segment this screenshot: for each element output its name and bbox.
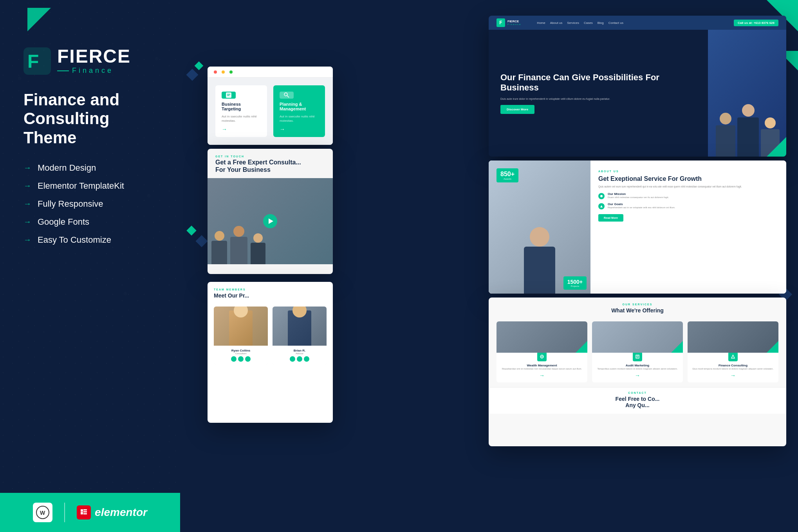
audit-icon xyxy=(633,352,642,361)
svc-icon-2 xyxy=(280,92,294,99)
wealth-name: Wealth Management xyxy=(500,364,583,367)
finance-text: Eius modi tempora incidunt labore et dol… xyxy=(691,367,775,371)
svg-point-30 xyxy=(284,93,287,96)
team-card-1: Ryan Collins Consultant xyxy=(214,307,268,365)
nav-home: Home xyxy=(537,21,545,25)
elementor-text: elementor xyxy=(95,506,147,519)
social-dot-5[interactable] xyxy=(297,356,302,362)
projects-stat: 1500+ Projects xyxy=(563,276,587,290)
team-label: TEAM MEMBERS xyxy=(214,288,327,291)
bottom-bar: W elementor xyxy=(0,493,180,532)
finance-body: Finance Consulting Eius modi tempora inc… xyxy=(688,353,778,382)
about-label: ABOUT US xyxy=(598,170,778,173)
svc-arrow-1: → xyxy=(222,126,261,132)
left-panel: F FIERCE Finance Finance and Consulting … xyxy=(0,0,180,532)
audit-text: Temporibus autem incidunt labore et dolo… xyxy=(596,367,679,371)
dot-yellow xyxy=(222,70,225,74)
goals-icon xyxy=(598,203,605,209)
about-mission: Our Mission Duam nihil molestiae consequ… xyxy=(598,192,778,209)
diamond-dark-2 xyxy=(195,235,208,247)
social-dot-4[interactable] xyxy=(290,356,295,362)
logo-text-area: FIERCE Finance xyxy=(57,47,131,75)
awards-stat: 850+ Awards xyxy=(496,168,518,182)
play-button[interactable] xyxy=(263,214,277,228)
logo-subtitle: Finance xyxy=(57,67,131,75)
discover-more-button[interactable]: Discover More xyxy=(500,105,534,114)
team-card-info-1: Ryan Collins Consultant xyxy=(214,346,268,365)
arrow-icon: → xyxy=(23,163,31,172)
theme-title: Finance and Consulting Theme xyxy=(23,90,161,147)
logo-area: F FIERCE Finance xyxy=(23,47,161,75)
feature-fonts: → Google Fonts xyxy=(23,217,161,227)
svg-rect-24 xyxy=(83,509,87,510)
svc-card-title-2: Planning &Management xyxy=(280,102,319,111)
wealth-body: Wealth Management Repudiandae sint et mo… xyxy=(496,353,587,382)
nav-contact: Contact us xyxy=(608,21,623,25)
social-dot-3[interactable] xyxy=(245,356,251,362)
team-cards: Ryan Collins Consultant Brian R. Advi xyxy=(208,307,333,365)
svg-point-32 xyxy=(600,195,603,197)
contact-title: Feel Free to Co...Any Qu... xyxy=(496,396,778,408)
team-title: Meet Our Pr... xyxy=(214,292,327,299)
social-dot-2[interactable] xyxy=(238,356,244,362)
service-card-1: BusinessTargeting Aut in saeculte nullis… xyxy=(215,85,267,137)
services-cards: Wealth Management Repudiandae sint et mo… xyxy=(489,321,786,387)
about-text: Quis autem vel eum iure reprehenderit qu… xyxy=(598,185,778,189)
about-left: 850+ Awards 1500+ Projects xyxy=(489,161,590,294)
hero-nav: F FIERCE Finance Home About us Services … xyxy=(489,16,786,30)
diamond-dark-1 xyxy=(186,69,198,81)
logo-icon: F xyxy=(23,47,51,75)
wealth-arrow: → xyxy=(500,372,583,379)
preview-services-section: OUR SERVICES What We're Offering Wealth … xyxy=(489,298,786,446)
feature-elementor: → Elementor TemplateKit xyxy=(23,181,161,191)
elementor-logo: elementor xyxy=(77,505,147,519)
service-audit: Audit Marketing Temporibus autem incidun… xyxy=(592,321,683,382)
preview-about-section: 850+ Awards 1500+ Projects ABOUT US Get … xyxy=(489,161,786,294)
team-card-2: Brian R. Advisor xyxy=(273,307,327,365)
about-right: ABOUT US Get Exeptional Service For Grow… xyxy=(590,161,786,294)
svg-text:W: W xyxy=(40,510,45,516)
read-more-button[interactable]: Read More xyxy=(598,214,623,222)
svg-text:F: F xyxy=(27,51,39,72)
team-social-1 xyxy=(217,356,265,362)
feature-customize: → Easy To Customize xyxy=(23,235,161,245)
preview-service-cards: BusinessTargeting Aut in saeculte nullis… xyxy=(208,67,333,145)
team-member-name-1: Ryan Collins xyxy=(217,349,265,352)
arrow-icon: → xyxy=(23,217,31,226)
logo-name: FIERCE xyxy=(57,47,131,66)
hero-corner-triangle xyxy=(767,137,786,157)
arrow-icon: → xyxy=(23,181,31,190)
browser-chrome xyxy=(208,67,333,78)
team-header: TEAM MEMBERS Meet Our Pr... xyxy=(208,282,333,307)
dot-green xyxy=(229,70,233,74)
svg-marker-41 xyxy=(731,355,735,358)
feature-responsive: → Fully Responsive xyxy=(23,199,161,209)
svg-marker-16 xyxy=(27,8,51,31)
mission-text: Duam nihil molestiae consequatur ver ilu… xyxy=(608,196,669,199)
mission-icon-1 xyxy=(598,193,605,199)
goals-text: Reprehenderit aut in se voluptate velit … xyxy=(608,206,675,209)
consult-label: GET IN TOUCH xyxy=(208,149,333,159)
wealth-text: Repudiandae sint et molestiae non recusa… xyxy=(500,367,583,371)
svg-rect-28 xyxy=(227,94,230,95)
svc-arrow-2: → xyxy=(280,126,319,132)
finance-icon xyxy=(728,352,738,361)
audit-arrow: → xyxy=(596,372,679,379)
preview-consultation: GET IN TOUCH Get a Free Expert Consulta.… xyxy=(208,149,333,274)
services-header: OUR SERVICES What We're Offering xyxy=(489,298,786,321)
hero-body: Our Finance Can Give Possibilities For B… xyxy=(489,30,786,157)
arrow-icon: → xyxy=(23,199,31,208)
social-dot-6[interactable] xyxy=(304,356,309,362)
preview-hero-section: F FIERCE Finance Home About us Services … xyxy=(489,16,786,157)
social-dot-1[interactable] xyxy=(231,356,237,362)
team-member-role-2: Advisor xyxy=(276,352,323,355)
feature-modern: → Modern Design xyxy=(23,163,161,173)
team-card-info-2: Brian R. Advisor xyxy=(273,346,327,365)
contact-label: CONTACT xyxy=(496,391,778,394)
service-card-2: Planning &Management Aut in saeculte nul… xyxy=(273,85,325,137)
preview-team: TEAM MEMBERS Meet Our Pr... Ryan Collins… xyxy=(208,282,333,423)
hero-desc: Duis aute irure dolor in reprehenderit i… xyxy=(500,97,696,101)
svg-point-12 xyxy=(124,292,127,295)
feature-list: → Modern Design → Elementor TemplateKit … xyxy=(23,163,161,245)
svg-rect-29 xyxy=(227,95,229,96)
